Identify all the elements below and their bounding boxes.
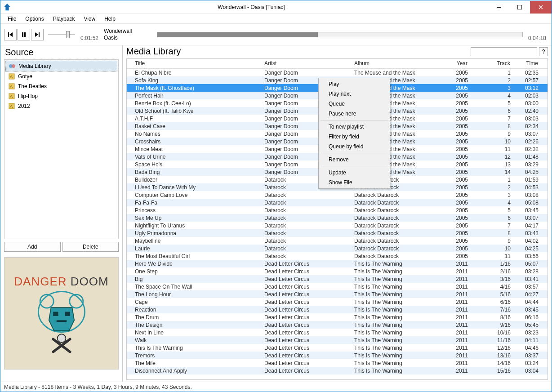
delete-source-button[interactable]: Delete: [62, 242, 119, 252]
table-row[interactable]: This Is The WarningDead Letter CircusThi…: [127, 344, 548, 352]
table-row[interactable]: The MileDead Letter CircusThis Is The Wa…: [127, 359, 548, 367]
context-menu-item[interactable]: Filter by field: [320, 132, 389, 142]
table-row[interactable]: Disconnect And ApplyDead Letter CircusTh…: [127, 367, 548, 374]
table-row[interactable]: Fa-Fa-FaDatarockDatarock Datarock2005405…: [127, 199, 548, 206]
cell-artist: Dead Letter Circus: [262, 261, 352, 267]
cell-title: The Design: [127, 322, 262, 328]
table-row[interactable]: Next In LineDead Letter CircusThis Is Th…: [127, 329, 548, 336]
table-row[interactable]: Sex Me UpDatarockDatarock Datarock200560…: [127, 214, 548, 222]
source-item[interactable]: Hip-Hop: [5, 91, 117, 101]
context-menu-item[interactable]: Play next: [320, 89, 389, 99]
cell-year: 2011: [439, 299, 471, 305]
cell-year: 2011: [439, 360, 471, 366]
table-row[interactable]: PrincessDatarockDatarock Datarock2005503…: [127, 206, 548, 214]
source-item[interactable]: 2012: [5, 101, 117, 111]
pause-button[interactable]: [18, 29, 30, 40]
column-artist[interactable]: Artist: [262, 59, 352, 68]
progress-bar[interactable]: [157, 32, 523, 37]
left-pane: Source Media LibraryGotyeThe BeatlesHip-…: [0, 45, 123, 382]
context-menu-item[interactable]: Play: [320, 79, 389, 89]
context-menu-item[interactable]: Update: [320, 168, 389, 178]
context-menu-item[interactable]: Queue: [320, 99, 389, 109]
add-source-button[interactable]: Add: [4, 242, 61, 252]
cell-track: 9: [471, 238, 513, 244]
context-menu-item[interactable]: Remove: [320, 155, 389, 165]
cell-time: 01:48: [513, 154, 541, 160]
window-controls: [489, 1, 552, 13]
cell-album: This Is The Warning: [352, 352, 439, 359]
column-year[interactable]: Year: [439, 59, 471, 68]
menu-help[interactable]: Help: [101, 15, 119, 23]
cell-year: 2005: [439, 85, 471, 91]
column-track[interactable]: Track: [471, 59, 513, 68]
context-menu-item[interactable]: Show File: [320, 178, 389, 187]
cell-time: 04:53: [513, 184, 541, 191]
app-window: Wonderwall - Oasis [Tuniac] File Options…: [0, 0, 552, 392]
column-time[interactable]: Time: [513, 59, 541, 68]
cell-track: 3: [471, 85, 513, 91]
cell-track: 7: [471, 116, 513, 122]
context-menu-item[interactable]: Queue by field: [320, 142, 389, 151]
cell-title: I Used To Dance With My: [127, 184, 262, 191]
next-button[interactable]: [31, 29, 44, 40]
cell-title: This Is The Warning: [127, 345, 262, 351]
table-row[interactable]: BigDead Letter CircusThis Is The Warning…: [127, 275, 548, 283]
menu-options[interactable]: Options: [22, 15, 47, 23]
table-row[interactable]: CageDead Letter CircusThis Is The Warnin…: [127, 298, 548, 306]
cell-time: 03:29: [513, 161, 541, 168]
table-row[interactable]: One StepDead Letter CircusThis Is The Wa…: [127, 267, 548, 275]
cell-album: This Is The Warning: [352, 330, 439, 336]
cell-time: 03:07: [513, 131, 541, 137]
cell-time: 02:57: [513, 77, 541, 84]
table-row[interactable]: The DesignDead Letter CircusThis Is The …: [127, 321, 548, 329]
cell-artist: Dead Letter Circus: [262, 291, 352, 298]
menu-file[interactable]: File: [4, 15, 20, 23]
context-menu-item[interactable]: To new playlist: [320, 122, 389, 132]
menu-playback[interactable]: Playback: [49, 15, 79, 23]
playlist-icon: [8, 83, 15, 90]
table-row[interactable]: TremorsDead Letter CircusThis Is The War…: [127, 352, 548, 359]
cell-track: 1: [471, 70, 513, 76]
maximize-button[interactable]: [509, 1, 530, 13]
source-item[interactable]: Gotye: [5, 71, 117, 81]
table-row[interactable]: The Most Beautiful GirlDatarockDatarock …: [127, 252, 548, 260]
cell-artist: Datarock: [262, 253, 352, 259]
source-item[interactable]: Media Library: [5, 61, 117, 71]
minimize-button[interactable]: [489, 1, 509, 13]
cell-title: Perfect Hair: [127, 93, 262, 99]
search-help-button[interactable]: ?: [539, 47, 548, 56]
table-row[interactable]: MaybellineDatarockDatarock Datarock20059…: [127, 237, 548, 245]
table-row[interactable]: The Long HourDead Letter CircusThis Is T…: [127, 290, 548, 298]
source-item-label: 2012: [18, 103, 30, 109]
cell-track: 6: [471, 215, 513, 221]
cell-time: 03:08: [513, 192, 541, 198]
table-row[interactable]: El Chupa NibreDanger DoomThe Mouse and t…: [127, 69, 548, 76]
search-input[interactable]: [471, 47, 537, 56]
table-row[interactable]: LaurieDatarockDatarock Datarock20051004:…: [127, 245, 548, 252]
cell-year: 2005: [439, 116, 471, 122]
cell-track: 5: [471, 100, 513, 107]
prev-button[interactable]: [4, 29, 17, 40]
close-button[interactable]: [530, 1, 552, 13]
cell-artist: Datarock: [262, 192, 352, 198]
context-menu-item[interactable]: Pause here: [320, 109, 389, 119]
column-album[interactable]: Album: [352, 59, 439, 68]
main-split: Source Media LibraryGotyeThe BeatlesHip-…: [0, 45, 552, 382]
cell-title: Crosshairs: [127, 138, 262, 145]
table-row[interactable]: Computer Camp LoveDatarockDatarock Datar…: [127, 191, 548, 199]
app-icon: [0, 0, 14, 14]
album-art-title: DANGER DOOM: [14, 275, 108, 289]
volume-slider[interactable]: [48, 30, 75, 39]
table-row[interactable]: Here We DivideDead Letter CircusThis Is …: [127, 260, 548, 267]
source-item[interactable]: The Beatles: [5, 81, 117, 91]
table-row[interactable]: ReactionDead Letter CircusThis Is The Wa…: [127, 306, 548, 313]
table-row[interactable]: Nightflight To UranusDatarockDatarock Da…: [127, 222, 548, 229]
table-row[interactable]: WalkDead Letter CircusThis Is The Warnin…: [127, 336, 548, 344]
menu-view[interactable]: View: [80, 15, 99, 23]
table-row[interactable]: The Space On The WallDead Letter CircusT…: [127, 283, 548, 290]
column-title[interactable]: Title: [127, 59, 262, 68]
cell-track: 2: [471, 184, 513, 191]
table-row[interactable]: Ugly PrimadonnaDatarockDatarock Datarock…: [127, 229, 548, 237]
table-row[interactable]: The DrumDead Letter CircusThis Is The Wa…: [127, 313, 548, 321]
cell-time: 02:35: [513, 70, 541, 76]
